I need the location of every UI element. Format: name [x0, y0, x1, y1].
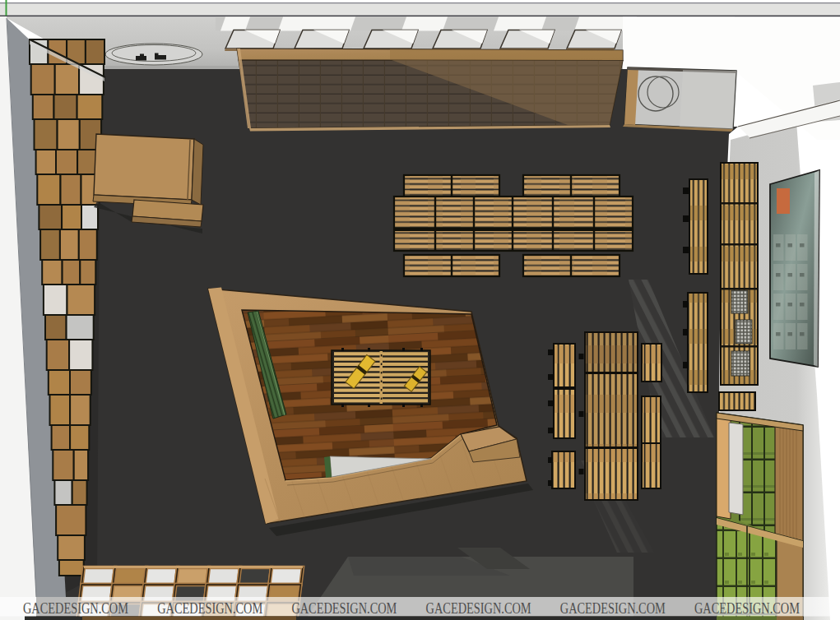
svg-text:GACEDESIGN.COM: GACEDESIGN.COM [23, 600, 128, 617]
svg-text:GACEDESIGN.COM: GACEDESIGN.COM [560, 600, 666, 617]
svg-text:GACEDESIGN.COM: GACEDESIGN.COM [157, 600, 262, 617]
svg-text:GACEDESIGN.COM: GACEDESIGN.COM [694, 600, 800, 617]
svg-text:GACEDESIGN.COM: GACEDESIGN.COM [291, 600, 397, 617]
svg-text:GACEDESIGN.COM: GACEDESIGN.COM [426, 600, 531, 617]
